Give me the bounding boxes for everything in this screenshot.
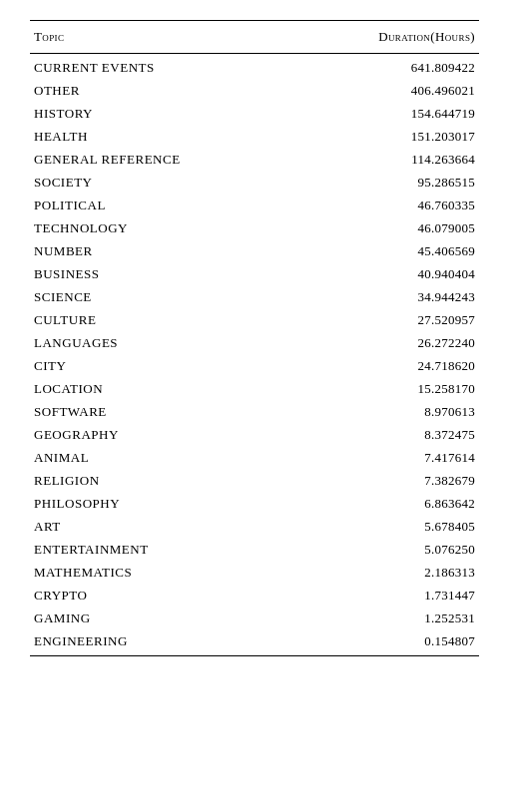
topic-cell: TECHNOLOGY — [30, 217, 297, 240]
table-row: OTHER406.496021 — [30, 80, 479, 103]
duration-cell: 24.718620 — [297, 355, 479, 378]
topic-cell: CULTURE — [30, 309, 297, 332]
duration-cell: 641.809422 — [297, 54, 479, 80]
table-row: SCIENCE34.944243 — [30, 286, 479, 309]
table-row: PHILOSOPHY6.863642 — [30, 493, 479, 516]
table-row: HISTORY154.644719 — [30, 103, 479, 126]
topic-cell: GEOGRAPHY — [30, 424, 297, 447]
data-table: Topic Duration(Hours) CURRENT EVENTS641.… — [30, 20, 479, 660]
topic-cell: ENGINEERING — [30, 630, 297, 656]
table-container: Topic Duration(Hours) CURRENT EVENTS641.… — [30, 20, 479, 660]
topic-cell: RELIGION — [30, 470, 297, 493]
table-row: SOCIETY95.286515 — [30, 172, 479, 195]
table-row: LANGUAGES26.272240 — [30, 332, 479, 355]
topic-cell: HEALTH — [30, 126, 297, 149]
topic-cell: LANGUAGES — [30, 332, 297, 355]
table-row: ENGINEERING0.154807 — [30, 630, 479, 656]
topic-cell: CURRENT EVENTS — [30, 54, 297, 80]
table-row: HEALTH151.203017 — [30, 126, 479, 149]
duration-cell: 5.678405 — [297, 516, 479, 539]
duration-cell: 1.731447 — [297, 585, 479, 608]
topic-cell: POLITICAL — [30, 195, 297, 217]
duration-cell: 7.382679 — [297, 470, 479, 493]
table-row: CULTURE27.520957 — [30, 309, 479, 332]
duration-cell: 27.520957 — [297, 309, 479, 332]
topic-cell: SOFTWARE — [30, 401, 297, 424]
duration-cell: 7.417614 — [297, 447, 479, 470]
table-row: GEOGRAPHY8.372475 — [30, 424, 479, 447]
duration-cell: 26.272240 — [297, 332, 479, 355]
table-row: RELIGION7.382679 — [30, 470, 479, 493]
topic-cell: ANIMAL — [30, 447, 297, 470]
table-row: BUSINESS40.940404 — [30, 263, 479, 286]
table-row: LOCATION15.258170 — [30, 378, 479, 401]
table-row: CRYPTO1.731447 — [30, 585, 479, 608]
duration-cell: 6.863642 — [297, 493, 479, 516]
table-row: MATHEMATICS2.186313 — [30, 562, 479, 585]
table-row: CURRENT EVENTS641.809422 — [30, 54, 479, 80]
duration-column-header: Duration(Hours) — [297, 21, 479, 54]
topic-cell: OTHER — [30, 80, 297, 103]
table-row: POLITICAL46.760335 — [30, 195, 479, 217]
duration-cell: 15.258170 — [297, 378, 479, 401]
topic-cell: PHILOSOPHY — [30, 493, 297, 516]
topic-column-header: Topic — [30, 21, 297, 54]
duration-cell: 40.940404 — [297, 263, 479, 286]
duration-cell: 8.372475 — [297, 424, 479, 447]
table-row: NUMBER45.406569 — [30, 240, 479, 263]
table-row: SOFTWARE8.970613 — [30, 401, 479, 424]
topic-cell: BUSINESS — [30, 263, 297, 286]
duration-cell: 154.644719 — [297, 103, 479, 126]
duration-cell: 5.076250 — [297, 539, 479, 562]
duration-cell: 8.970613 — [297, 401, 479, 424]
topic-cell: LOCATION — [30, 378, 297, 401]
duration-cell: 2.186313 — [297, 562, 479, 585]
duration-cell: 46.760335 — [297, 195, 479, 217]
duration-cell: 406.496021 — [297, 80, 479, 103]
topic-cell: CITY — [30, 355, 297, 378]
topic-cell: GAMING — [30, 608, 297, 630]
topic-cell: ART — [30, 516, 297, 539]
duration-cell: 114.263664 — [297, 149, 479, 172]
duration-cell: 46.079005 — [297, 217, 479, 240]
topic-cell: SOCIETY — [30, 172, 297, 195]
table-row: ENTERTAINMENT5.076250 — [30, 539, 479, 562]
topic-cell: CRYPTO — [30, 585, 297, 608]
topic-cell: SCIENCE — [30, 286, 297, 309]
duration-cell: 1.252531 — [297, 608, 479, 630]
topic-cell: NUMBER — [30, 240, 297, 263]
topic-cell: HISTORY — [30, 103, 297, 126]
duration-cell: 0.154807 — [297, 630, 479, 656]
topic-cell: GENERAL REFERENCE — [30, 149, 297, 172]
table-header-row: Topic Duration(Hours) — [30, 21, 479, 54]
table-row: TECHNOLOGY46.079005 — [30, 217, 479, 240]
duration-cell: 95.286515 — [297, 172, 479, 195]
table-footer-row — [30, 656, 479, 661]
duration-cell: 45.406569 — [297, 240, 479, 263]
table-row: GENERAL REFERENCE114.263664 — [30, 149, 479, 172]
duration-cell: 151.203017 — [297, 126, 479, 149]
topic-cell: MATHEMATICS — [30, 562, 297, 585]
table-row: ART5.678405 — [30, 516, 479, 539]
table-row: GAMING1.252531 — [30, 608, 479, 630]
table-row: ANIMAL7.417614 — [30, 447, 479, 470]
duration-cell: 34.944243 — [297, 286, 479, 309]
table-row: CITY24.718620 — [30, 355, 479, 378]
table-footer-cell — [30, 656, 479, 661]
topic-cell: ENTERTAINMENT — [30, 539, 297, 562]
